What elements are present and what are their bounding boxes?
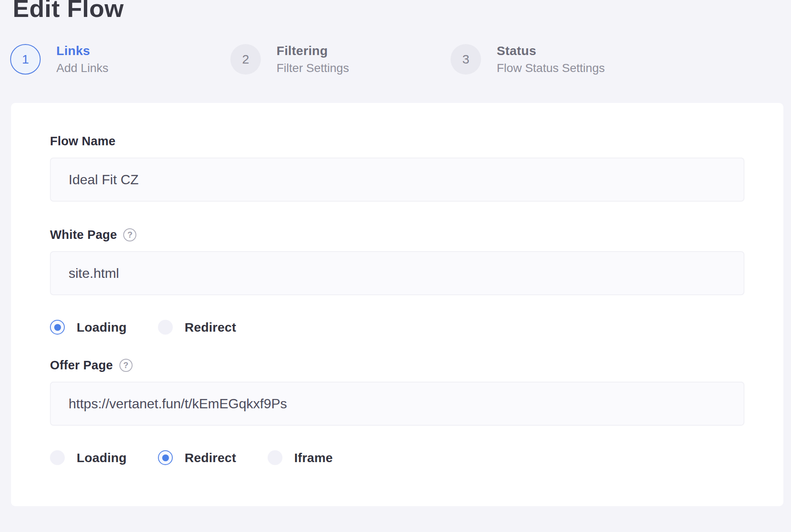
flow-name-label: Flow Name	[50, 134, 116, 148]
white-page-mode-loading[interactable]: Loading	[50, 320, 127, 335]
white-page-input[interactable]	[50, 251, 744, 295]
step-subtitle: Flow Status Settings	[497, 61, 605, 75]
stepper: 1 Links Add Links 2 Filtering Filter Set…	[10, 44, 791, 75]
radio-unselected-icon[interactable]	[50, 450, 65, 465]
step-subtitle: Add Links	[56, 61, 108, 75]
stepper-step-links[interactable]: 1 Links Add Links	[10, 44, 230, 75]
step-title: Links	[56, 44, 108, 58]
white-page-mode-redirect[interactable]: Redirect	[158, 320, 236, 335]
stepper-step-filtering[interactable]: 2 Filtering Filter Settings	[230, 44, 451, 75]
step-subtitle: Filter Settings	[277, 61, 349, 75]
page-title: Edit Flow	[13, 0, 791, 22]
white-page-mode-group: Loading Redirect	[50, 320, 744, 335]
radio-label: Iframe	[294, 451, 333, 465]
radio-label: Redirect	[185, 451, 236, 465]
offer-page-mode-loading[interactable]: Loading	[50, 450, 127, 465]
offer-page-help-icon[interactable]: ?	[119, 359, 133, 372]
radio-selected-icon[interactable]	[158, 450, 173, 465]
white-page-label: White Page	[50, 228, 117, 242]
step-number-badge: 2	[230, 44, 261, 75]
step-title: Status	[497, 44, 605, 58]
offer-page-mode-group: Loading Redirect Iframe	[50, 450, 744, 465]
offer-page-input[interactable]	[50, 382, 744, 426]
offer-page-label: Offer Page	[50, 358, 113, 372]
radio-label: Loading	[77, 320, 127, 335]
radio-unselected-icon[interactable]	[158, 320, 173, 335]
step-number-badge: 1	[10, 44, 41, 75]
step-title: Filtering	[277, 44, 349, 58]
step-number-badge: 3	[451, 44, 481, 75]
radio-unselected-icon[interactable]	[268, 450, 282, 465]
edit-flow-card: Flow Name White Page ? Loading Redirect …	[11, 103, 783, 506]
white-page-help-icon[interactable]: ?	[123, 228, 136, 241]
offer-page-mode-redirect[interactable]: Redirect	[158, 450, 236, 465]
flow-name-input[interactable]	[50, 158, 744, 202]
offer-page-mode-iframe[interactable]: Iframe	[268, 450, 333, 465]
radio-selected-icon[interactable]	[50, 320, 65, 335]
stepper-step-status[interactable]: 3 Status Flow Status Settings	[451, 44, 671, 75]
radio-label: Redirect	[185, 320, 236, 335]
radio-label: Loading	[77, 451, 127, 465]
